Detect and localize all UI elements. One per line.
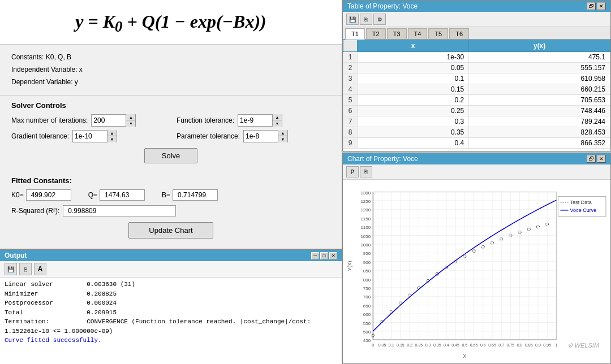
table-save-btn[interactable]: 💾 — [346, 14, 359, 25]
y-cell: 866.352 — [469, 138, 610, 149]
svg-text:500: 500 — [363, 330, 371, 335]
svg-text:0.45: 0.45 — [451, 343, 459, 347]
grad-tol-up-btn[interactable]: ▲ — [107, 130, 117, 136]
table-row: 5 0.2 705.653 — [343, 95, 610, 106]
max-iter-down-btn[interactable]: ▼ — [126, 120, 135, 127]
y-cell: 475.1 — [469, 52, 610, 63]
max-iter-spinner[interactable]: ▲ ▼ — [91, 114, 136, 127]
y-cell: 705.653 — [469, 95, 610, 106]
output-content: Linear solver 0.003630 (31)Minimizer 0.2… — [0, 278, 342, 364]
row-num-cell: 6 — [343, 106, 358, 116]
y-cell: 660.215 — [469, 84, 610, 95]
svg-text:1000: 1000 — [360, 242, 371, 248]
svg-text:Y(X): Y(X) — [347, 261, 352, 271]
k0-item: K0= 499.902 — [11, 189, 71, 201]
param-tol-up-btn[interactable]: ▲ — [278, 130, 287, 136]
svg-text:0.15: 0.15 — [397, 343, 405, 347]
row-num-cell: 8 — [343, 127, 358, 138]
chart-copy-btn[interactable]: ⎘ — [360, 166, 372, 177]
chart-restore-btn[interactable]: 🗗 — [587, 155, 596, 163]
x-cell: 0.05 — [358, 63, 469, 73]
x-cell: 0.25 — [358, 106, 469, 116]
func-tol-input[interactable] — [238, 115, 272, 126]
table-settings-btn[interactable]: ⚙ — [373, 14, 386, 25]
y-cell: 555.157 — [469, 63, 610, 73]
table-row: 2 0.05 555.157 — [343, 63, 610, 73]
y-cell: 748.446 — [469, 106, 610, 116]
table-restore-btn[interactable]: 🗗 — [587, 2, 596, 10]
constants-row: K0= 499.902 Q= 1474.63 B= 0.714799 — [11, 189, 330, 201]
tab-t2[interactable]: T2 — [366, 28, 386, 39]
grad-tol-spinner-btns: ▲ ▼ — [107, 130, 117, 142]
chart-panel: Chart of Property: Voce 🗗 ✕ P ⎘ 45050055… — [342, 153, 611, 364]
svg-text:1200: 1200 — [360, 207, 371, 213]
svg-text:Test Data: Test Data — [570, 200, 592, 205]
svg-text:0.4: 0.4 — [444, 343, 449, 347]
table-copy-btn[interactable]: ⎘ — [360, 14, 372, 25]
fitted-title: Fitted Constants: — [11, 176, 330, 185]
table-close-btn[interactable]: ✕ — [597, 2, 606, 10]
grad-tol-down-btn[interactable]: ▼ — [107, 136, 117, 142]
k0-label: K0= — [11, 191, 24, 199]
svg-text:900: 900 — [363, 260, 371, 265]
solve-button[interactable]: Solve — [144, 148, 198, 163]
x-column-header: x — [358, 40, 469, 52]
max-iter-input[interactable] — [92, 115, 126, 126]
param-tol-down-btn[interactable]: ▼ — [278, 136, 287, 142]
x-cell: 0.1 — [358, 73, 469, 84]
param-tol-spinner[interactable]: ▲ ▼ — [243, 130, 288, 142]
constants-label: Constants: K0, Q, B — [11, 51, 330, 64]
svg-text:700: 700 — [363, 294, 371, 300]
svg-text:750: 750 — [363, 286, 371, 291]
svg-text:850: 850 — [363, 268, 371, 274]
svg-text:0.5: 0.5 — [462, 343, 467, 347]
func-tol-up-btn[interactable]: ▲ — [273, 114, 282, 120]
param-tol-input[interactable] — [244, 131, 278, 142]
svg-text:0.7: 0.7 — [498, 343, 504, 347]
chart-svg: 4505005506006507007508008509009501000105… — [346, 183, 608, 361]
func-tol-label: Function tolerance: — [177, 116, 234, 124]
table-panel: Table of Property: Voce 🗗 ✕ 💾 ⎘ ⚙ T1T2T3… — [342, 0, 611, 151]
q-value: 1474.63 — [100, 189, 145, 201]
independent-label: Independent Variable: x — [11, 64, 330, 76]
output-minimize-btn[interactable]: ─ — [311, 252, 319, 259]
param-tol-label: Parameter tolerance: — [177, 132, 240, 140]
output-copy-btn[interactable]: ⎘ — [19, 263, 32, 275]
tab-t6[interactable]: T6 — [449, 28, 469, 39]
rsquared-row: R-Squared (R²): 0.998809 — [11, 205, 330, 216]
update-chart-button[interactable]: Update Chart — [128, 222, 213, 239]
y-cell: 610.958 — [469, 73, 610, 84]
output-restore-btn[interactable]: □ — [320, 252, 328, 259]
output-line: Postprocessor 0.000024 — [5, 298, 337, 308]
tab-t4[interactable]: T4 — [408, 28, 428, 39]
table-row: 3 0.1 610.958 — [343, 73, 610, 84]
row-num-cell: 3 — [343, 73, 358, 84]
svg-text:550: 550 — [363, 321, 371, 326]
right-panel: Table of Property: Voce 🗗 ✕ 💾 ⎘ ⚙ T1T2T3… — [342, 0, 611, 364]
grad-tol-spinner[interactable]: ▲ ▼ — [72, 130, 117, 142]
k0-value: 499.902 — [26, 189, 71, 201]
b-item: B= 0.714799 — [162, 189, 218, 201]
tab-t1[interactable]: T1 — [345, 28, 365, 40]
table-row: 9 0.4 866.352 — [343, 138, 610, 149]
func-tol-spinner-btns: ▲ ▼ — [272, 114, 282, 127]
func-tol-down-btn[interactable]: ▼ — [273, 120, 282, 127]
svg-text:0.55: 0.55 — [470, 343, 478, 347]
tab-t5[interactable]: T5 — [428, 28, 448, 39]
chart-pin-btn[interactable]: P — [346, 166, 359, 177]
output-close-btn[interactable]: ✕ — [329, 252, 337, 259]
grad-tol-input[interactable] — [73, 131, 107, 142]
svg-text:1300: 1300 — [360, 190, 371, 196]
max-iter-up-btn[interactable]: ▲ — [126, 114, 135, 120]
output-window-header: Output ─ □ ✕ — [0, 250, 342, 261]
func-tol-spinner[interactable]: ▲ ▼ — [238, 114, 282, 127]
svg-text:0.9: 0.9 — [535, 343, 541, 347]
svg-text:1050: 1050 — [360, 234, 371, 239]
table-row: 8 0.35 828.453 — [343, 127, 610, 138]
output-font-btn[interactable]: A — [34, 263, 46, 275]
chart-close-btn[interactable]: ✕ — [597, 155, 606, 163]
output-save-btn[interactable]: 💾 — [5, 263, 17, 275]
svg-text:1250: 1250 — [360, 199, 371, 204]
tab-t3[interactable]: T3 — [387, 28, 407, 39]
row-num-cell: 7 — [343, 116, 358, 127]
